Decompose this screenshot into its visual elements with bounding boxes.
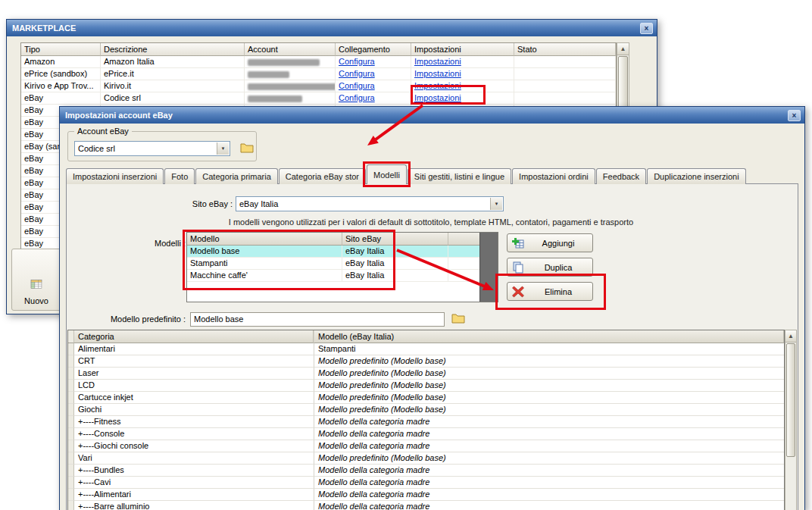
modelli-label: Modelli :: [126, 239, 186, 248]
cell-tipo: Kirivo e App Trov...: [21, 80, 101, 92]
modello-cell: Stampanti: [314, 343, 784, 355]
duplica-button[interactable]: Duplica: [507, 258, 593, 277]
sito-cell[interactable]: eBay Italia: [342, 246, 448, 258]
categoria-cell[interactable]: +----Console: [74, 428, 314, 440]
cell-tipo: Amazon: [21, 56, 101, 68]
cell-impostazioni: Impostazioni: [411, 80, 514, 92]
ebay-account-settings-dialog: Impostazioni account eBay × Account eBay…: [59, 106, 805, 510]
cell-descrizione: ePrice.it: [101, 68, 245, 80]
modello-cell[interactable]: Macchine caffe': [187, 270, 342, 282]
modelli-table: ModelloSito eBayModello baseeBay ItaliaS…: [186, 232, 498, 302]
scroll-up-icon[interactable]: ▲: [617, 43, 629, 55]
modello-predefinito-label: Modello predefinito :: [81, 314, 186, 324]
configura-link[interactable]: Configura: [339, 93, 375, 102]
cell-account: [245, 92, 336, 105]
aggiungi-button[interactable]: Aggiungi: [507, 233, 593, 252]
dialog-title: Impostazioni account eBay: [65, 111, 173, 120]
categoria-cell[interactable]: +----Fitness: [74, 416, 314, 428]
row-gutter: [68, 477, 74, 489]
modelli-actions: AggiungiDuplicaElimina: [507, 233, 593, 306]
column-header-categoria: Categoria: [74, 330, 314, 343]
categoria-cell[interactable]: Vari: [74, 452, 314, 465]
filler-cell: [448, 246, 480, 258]
account-redacted: [248, 83, 336, 90]
button-label: Aggiungi: [529, 239, 588, 248]
elimina-button[interactable]: Elimina: [507, 282, 593, 301]
column-header-descrizione: Descrizione: [101, 43, 245, 56]
delete-icon: [512, 286, 524, 298]
close-icon[interactable]: ×: [788, 110, 801, 121]
scroll-up-icon[interactable]: ▲: [785, 330, 796, 343]
categoria-cell[interactable]: +----Alimentari: [74, 489, 314, 501]
impostazioni-link[interactable]: Impostazioni: [414, 81, 461, 90]
modelli-table-scroll-area: [479, 233, 498, 302]
close-icon[interactable]: ×: [640, 23, 653, 34]
marketplace-titlebar: MARKETPLACE ×: [7, 20, 657, 36]
configura-link[interactable]: Configura: [339, 69, 375, 78]
filler-cell: [448, 270, 480, 282]
modello-cell: Modello predefinito (Modello base): [314, 355, 784, 368]
column-header-stato: Stato: [514, 43, 616, 56]
tab-categoria-ebay-stor[interactable]: Categoria eBay stor: [279, 168, 366, 184]
modello-predefinito-field[interactable]: Modello base: [190, 312, 445, 327]
tab-feedback[interactable]: Feedback: [596, 168, 646, 184]
folder-icon[interactable]: [449, 311, 466, 327]
categoria-cell[interactable]: +----Giochi console: [74, 440, 314, 452]
tab-foto[interactable]: Foto: [164, 168, 195, 184]
impostazioni-link[interactable]: Impostazioni: [414, 93, 461, 102]
chevron-down-icon[interactable]: ▼: [217, 142, 229, 155]
scrollbar-thumb[interactable]: [786, 343, 795, 457]
sito-ebay-select[interactable]: eBay Italia ▼: [236, 196, 504, 211]
categoria-cell[interactable]: +----Cavi: [74, 477, 314, 489]
modello-cell[interactable]: Modello base: [187, 246, 342, 258]
column-header-modello: Modello: [187, 233, 342, 246]
modello-cell: Modello predefinito (Modello base): [314, 452, 784, 465]
tab-modelli[interactable]: Modelli: [367, 164, 407, 184]
row-gutter: [68, 380, 74, 392]
modello-cell: Modello della categoria madre: [314, 477, 784, 489]
modello-cell: Modello della categoria madre: [314, 440, 784, 452]
tab-duplicazione-inserzioni[interactable]: Duplicazione inserzioni: [647, 168, 746, 184]
tab-categoria-primaria[interactable]: Categoria primaria: [195, 168, 277, 184]
configura-link[interactable]: Configura: [339, 57, 375, 66]
categoria-cell[interactable]: Cartucce inkjet: [74, 392, 314, 404]
account-ebay-select[interactable]: Codice srl ▼: [74, 141, 230, 156]
tab-impostazioni-inserzioni[interactable]: Impostazioni inserzioni: [66, 168, 164, 184]
modello-cell: Modello predefinito (Modello base): [314, 392, 784, 404]
folder-icon[interactable]: [238, 141, 255, 156]
filler-cell: [448, 258, 480, 270]
categoria-cell[interactable]: CRT: [74, 355, 314, 368]
dialog-titlebar: Impostazioni account eBay ×: [60, 107, 804, 124]
nuovo-button[interactable]: Nuovo: [11, 249, 61, 311]
categoria-cell[interactable]: LCD: [74, 380, 314, 392]
account-ebay-group: Account eBay Codice srl ▼: [67, 131, 257, 161]
cell-collegamento: Configura: [336, 80, 411, 92]
duplicate-icon: [512, 261, 524, 274]
cell-account: [245, 80, 336, 92]
chevron-down-icon[interactable]: ▼: [490, 198, 502, 210]
categoria-scrollbar[interactable]: ▲: [785, 330, 797, 510]
tab-siti-gestiti-listini-e-lingue[interactable]: Siti gestiti, listini e lingue: [408, 168, 511, 184]
screenshot-stage: MARKETPLACE × TipoDescrizioneAccountColl…: [0, 0, 812, 510]
cell-stato: [514, 68, 616, 80]
cell-stato: [514, 56, 616, 68]
impostazioni-link[interactable]: Impostazioni: [414, 69, 461, 78]
tab-impostazioni-ordini[interactable]: Impostazioni ordini: [512, 168, 595, 184]
cell-impostazioni: Impostazioni: [411, 92, 514, 105]
row-gutter: [68, 404, 74, 416]
sito-cell[interactable]: eBay Italia: [342, 270, 448, 282]
categoria-cell[interactable]: Alimentari: [74, 343, 314, 355]
categoria-cell[interactable]: +----Bundles: [74, 465, 314, 477]
categoria-table: CategoriaModello (eBay Italia)Alimentari…: [67, 330, 785, 510]
modello-cell: Modello della categoria madre: [314, 428, 784, 440]
categoria-cell[interactable]: Laser: [74, 368, 314, 380]
categoria-cell[interactable]: Giochi: [74, 404, 314, 416]
row-gutter-header: [68, 330, 74, 343]
categoria-cell[interactable]: +----Barre alluminio: [74, 501, 314, 510]
modello-cell[interactable]: Stampanti: [187, 258, 342, 270]
modello-cell: Modello predefinito (Modello base): [314, 368, 784, 380]
sito-cell[interactable]: eBay Italia: [342, 258, 448, 270]
impostazioni-link[interactable]: Impostazioni: [414, 57, 461, 66]
configura-link[interactable]: Configura: [339, 81, 375, 90]
modello-cell: Modello predefinito (Modello base): [314, 380, 784, 392]
